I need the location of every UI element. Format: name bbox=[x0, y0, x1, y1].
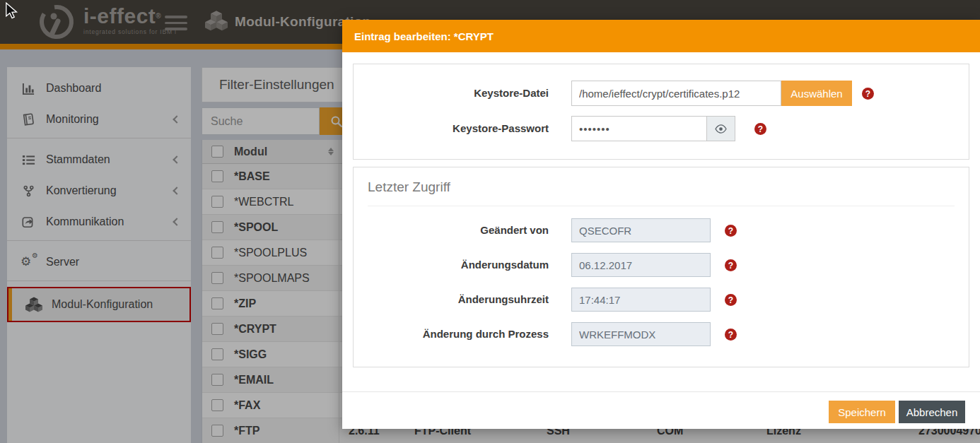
readonly-field-input bbox=[571, 322, 711, 346]
app-window: i-effect® integrated solutions for IBM i… bbox=[0, 0, 980, 443]
modal-header: Eintrag bearbeiten: *CRYPT bbox=[342, 20, 980, 52]
last-access-row: Geändert von? bbox=[354, 218, 969, 242]
help-icon[interactable]: ? bbox=[862, 88, 874, 100]
last-access-fieldbox: Letzter Zugriff Geändert von?Änderungsda… bbox=[353, 167, 969, 367]
help-icon[interactable]: ? bbox=[754, 123, 766, 135]
help-icon[interactable]: ? bbox=[725, 294, 737, 306]
field-label: Änderung durch Prozess bbox=[354, 322, 549, 346]
section-divider bbox=[368, 206, 955, 206]
last-access-row: Änderung durch Prozess? bbox=[354, 322, 969, 346]
readonly-field-input bbox=[571, 218, 711, 242]
last-access-row: Änderungsdatum? bbox=[354, 253, 969, 277]
help-icon[interactable]: ? bbox=[725, 329, 737, 341]
field-label: Änderungsuhrzeit bbox=[354, 288, 549, 312]
mouse-cursor bbox=[4, 2, 18, 19]
keystore-file-label: Keystore-Datei bbox=[354, 81, 549, 106]
section-title: Letzter Zugriff bbox=[368, 179, 450, 195]
modal-footer-divider bbox=[342, 391, 980, 392]
choose-file-button[interactable]: Auswählen bbox=[781, 81, 852, 106]
readonly-field-input bbox=[571, 253, 711, 277]
keystore-file-input[interactable] bbox=[571, 81, 781, 106]
keystore-password-label: Keystore-Passwort bbox=[354, 116, 549, 141]
field-label: Geändert von bbox=[354, 218, 549, 242]
help-icon[interactable]: ? bbox=[725, 225, 737, 237]
field-label: Änderungsdatum bbox=[354, 253, 549, 277]
keystore-fieldbox: Keystore-Datei Auswählen ? Keystore-Pass… bbox=[353, 64, 969, 160]
save-button[interactable]: Speichern bbox=[829, 401, 895, 423]
eye-icon bbox=[714, 124, 728, 134]
cancel-button[interactable]: Abbrechen bbox=[899, 401, 965, 423]
toggle-password-visibility[interactable] bbox=[707, 116, 735, 141]
help-icon[interactable]: ? bbox=[725, 259, 737, 271]
last-access-row: Änderungsuhrzeit? bbox=[354, 288, 969, 312]
modal-title: Eintrag bearbeiten: *CRYPT bbox=[354, 30, 494, 42]
readonly-field-input bbox=[571, 288, 711, 312]
keystore-password-input[interactable] bbox=[571, 116, 707, 141]
edit-entry-modal: Eintrag bearbeiten: *CRYPT Keystore-Date… bbox=[342, 20, 980, 429]
